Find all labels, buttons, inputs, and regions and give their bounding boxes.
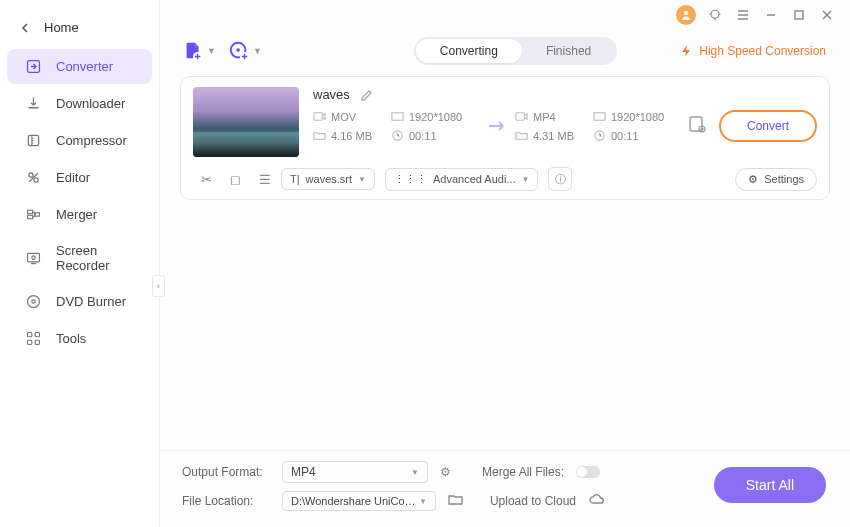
recorder-icon	[25, 250, 42, 267]
svg-point-20	[236, 48, 240, 52]
file-list: waves MOV 4.16 MB 1920*1080 00:11	[160, 72, 850, 450]
svg-rect-26	[594, 113, 605, 120]
editor-icon	[25, 169, 42, 186]
folder-icon	[515, 129, 528, 142]
main-area: ▼ ▼ Converting Finished High Speed Conve…	[160, 0, 850, 527]
chevron-down-icon: ▼	[358, 175, 366, 184]
merge-toggle[interactable]	[576, 466, 600, 478]
src-duration: 00:11	[409, 130, 437, 142]
svg-rect-11	[28, 333, 32, 337]
tab-finished[interactable]: Finished	[522, 39, 615, 63]
close-icon[interactable]	[818, 6, 836, 24]
svg-point-8	[32, 255, 35, 258]
tab-label: Finished	[546, 44, 591, 58]
crop-icon[interactable]: ◻	[230, 172, 241, 187]
svg-point-10	[32, 300, 35, 303]
sidebar-item-label: Downloader	[56, 96, 125, 111]
high-speed-conversion-button[interactable]: High Speed Conversion	[679, 44, 826, 58]
svg-rect-5	[28, 215, 33, 218]
sidebar-item-editor[interactable]: Editor	[7, 160, 152, 195]
convert-label: Convert	[747, 119, 789, 133]
sidebar-collapse-handle[interactable]: ‹	[152, 275, 165, 297]
output-format-value: MP4	[291, 465, 316, 479]
subtitle-value: waves.srt	[306, 173, 352, 185]
add-dvd-button[interactable]: ▼	[228, 40, 262, 62]
open-folder-icon[interactable]	[448, 493, 464, 509]
merger-icon	[25, 206, 42, 223]
output-settings-icon[interactable]: ⚙	[440, 465, 456, 479]
dst-res: 1920*1080	[611, 111, 664, 123]
file-location-select[interactable]: D:\Wondershare UniConverter 1 ▼	[282, 491, 436, 511]
chevron-down-icon: ▼	[411, 468, 419, 477]
menu-icon[interactable]	[734, 6, 752, 24]
chevron-down-icon: ▼	[207, 46, 216, 56]
home-label: Home	[44, 20, 79, 35]
file-location-label: File Location:	[182, 494, 270, 508]
support-icon[interactable]	[706, 6, 724, 24]
start-all-label: Start All	[746, 477, 794, 493]
sidebar-item-label: Screen Recorder	[56, 243, 140, 273]
sidebar-item-label: Compressor	[56, 133, 127, 148]
svg-point-2	[29, 173, 33, 177]
sidebar-item-label: Merger	[56, 207, 97, 222]
sidebar-item-compressor[interactable]: Compressor	[7, 123, 152, 158]
sidebar-item-converter[interactable]: Converter	[7, 49, 152, 84]
dvd-icon	[25, 293, 42, 310]
folder-icon	[313, 129, 326, 142]
user-avatar-icon[interactable]	[676, 5, 696, 25]
output-preset-button[interactable]	[687, 114, 707, 138]
svg-rect-17	[795, 11, 803, 19]
output-format-label: Output Format:	[182, 465, 270, 479]
effects-icon[interactable]: ☰	[259, 172, 271, 187]
home-nav[interactable]: Home	[0, 8, 159, 47]
tools-icon	[25, 330, 42, 347]
audio-select[interactable]: ⋮⋮⋮ Advanced Audi... ▼	[385, 168, 538, 191]
info-button[interactable]: ⓘ	[548, 167, 572, 191]
edit-icon[interactable]	[360, 88, 374, 102]
back-icon	[20, 23, 30, 33]
add-file-button[interactable]: ▼	[182, 40, 216, 62]
downloader-icon	[25, 95, 42, 112]
svg-point-3	[34, 178, 38, 182]
file-card: waves MOV 4.16 MB 1920*1080 00:11	[180, 76, 830, 200]
dst-size: 4.31 MB	[533, 130, 574, 142]
src-format: MOV	[331, 111, 356, 123]
svg-rect-13	[28, 340, 32, 344]
video-icon	[313, 110, 326, 123]
audio-value: Advanced Audi...	[433, 173, 516, 185]
sidebar-item-merger[interactable]: Merger	[7, 197, 152, 232]
output-format-select[interactable]: MP4 ▼	[282, 461, 428, 483]
svg-rect-4	[28, 210, 33, 213]
tab-label: Converting	[440, 44, 498, 58]
start-all-button[interactable]: Start All	[714, 467, 826, 503]
chevron-down-icon: ▼	[522, 175, 530, 184]
trim-icon[interactable]: ✂	[201, 172, 212, 187]
resolution-icon	[391, 110, 404, 123]
svg-rect-12	[35, 333, 39, 337]
video-thumbnail[interactable]	[193, 87, 299, 157]
settings-button[interactable]: ⚙ Settings	[735, 168, 817, 191]
convert-button[interactable]: Convert	[719, 110, 817, 142]
maximize-icon[interactable]	[790, 6, 808, 24]
converter-icon	[25, 58, 42, 75]
file-name: waves	[313, 87, 350, 102]
subtitle-select[interactable]: T| waves.srt ▼	[281, 168, 375, 190]
minimize-icon[interactable]	[762, 6, 780, 24]
sidebar-item-downloader[interactable]: Downloader	[7, 86, 152, 121]
sidebar-item-label: Converter	[56, 59, 113, 74]
svg-point-15	[684, 11, 688, 15]
audio-wave-icon: ⋮⋮⋮	[394, 173, 427, 186]
svg-rect-22	[314, 113, 322, 120]
tab-converting[interactable]: Converting	[416, 39, 522, 63]
sidebar-item-dvd-burner[interactable]: DVD Burner	[7, 284, 152, 319]
settings-label: Settings	[764, 173, 804, 185]
sidebar-item-label: Tools	[56, 331, 86, 346]
upload-cloud-label: Upload to Cloud	[490, 494, 576, 508]
sidebar-item-tools[interactable]: Tools	[7, 321, 152, 356]
cloud-icon[interactable]	[588, 493, 604, 509]
titlebar	[160, 0, 850, 30]
src-res: 1920*1080	[409, 111, 462, 123]
sidebar-item-screen-recorder[interactable]: Screen Recorder	[7, 234, 152, 282]
clock-icon	[593, 129, 606, 142]
subtitle-prefix-icon: T|	[290, 173, 300, 185]
